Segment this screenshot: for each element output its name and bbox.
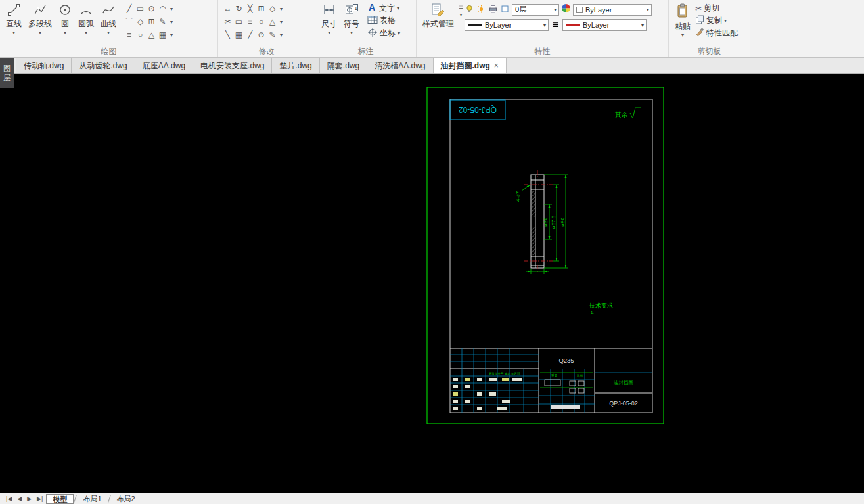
chevron-down-icon[interactable]: ▾ bbox=[278, 6, 284, 12]
region-icon[interactable]: ▦ bbox=[157, 30, 168, 39]
rotate-icon[interactable]: ↻ bbox=[233, 4, 244, 13]
ribbon-filler bbox=[750, 0, 864, 57]
dimension-button[interactable]: 尺寸 ▾ bbox=[318, 1, 340, 35]
next-tab-button[interactable]: ▶ bbox=[25, 495, 34, 502]
polygon-icon[interactable]: ◇ bbox=[135, 17, 146, 26]
coordinate-button[interactable]: 坐标 ▾ bbox=[367, 27, 400, 39]
chevron-down-icon[interactable]: ▾ bbox=[168, 19, 175, 25]
paste-button[interactable]: 粘贴 ▾ bbox=[671, 1, 694, 38]
layout2-tab[interactable]: 布局2 bbox=[111, 494, 141, 504]
chevron-down-icon[interactable]: ▾ bbox=[168, 6, 175, 12]
properties-mini-menu[interactable]: ≡ ▾ bbox=[457, 1, 465, 18]
doc-tab[interactable]: 清洗槽AA.dwg bbox=[367, 58, 433, 73]
trim-icon[interactable]: ✂ bbox=[222, 17, 233, 26]
match-properties-button[interactable]: 特性匹配 bbox=[695, 27, 738, 39]
donut-icon[interactable]: ⊙ bbox=[146, 4, 157, 13]
copy-button[interactable]: 复制 ▾ bbox=[695, 14, 738, 27]
linetype-select[interactable]: ByLayer ▾ bbox=[465, 19, 549, 31]
paste-label: 粘贴 bbox=[675, 21, 691, 32]
drawing-viewport[interactable]: QPJ-05-02 其余 bbox=[0, 74, 864, 493]
move-icon[interactable]: ↔ bbox=[222, 4, 233, 13]
menu-icon: ≡ bbox=[459, 3, 463, 10]
chevron-down-icon[interactable]: ▾ bbox=[168, 32, 175, 38]
ribbon: 直线 ▾ 多段线 ▾ 圆 ▾ 圆弧 bbox=[0, 0, 864, 58]
chevron-down-icon: ▾ bbox=[543, 22, 546, 28]
chevron-down-icon[interactable]: ▾ bbox=[39, 30, 41, 35]
line-button[interactable]: 直线 ▾ bbox=[3, 1, 25, 35]
color-wheel-icon[interactable] bbox=[561, 3, 571, 16]
doc-tab[interactable]: 隔套.dwg bbox=[320, 58, 367, 73]
doc-tab[interactable]: 从动齿轮.dwg bbox=[72, 58, 135, 73]
curve-icon[interactable]: ⌒ bbox=[124, 16, 135, 28]
hatch-icon[interactable]: ⊞ bbox=[146, 17, 157, 26]
scale-icon[interactable]: ▦ bbox=[233, 30, 244, 39]
mirror-icon[interactable]: △ bbox=[267, 17, 278, 26]
layer-palette-tab[interactable]: 图层 bbox=[0, 58, 14, 88]
chevron-down-icon[interactable]: ▾ bbox=[681, 32, 684, 38]
model-tab[interactable]: 模型 bbox=[46, 494, 74, 504]
layer-thaw-sun-icon[interactable] bbox=[476, 4, 486, 16]
circle-button[interactable]: 圆 ▾ bbox=[55, 1, 75, 35]
cut-label: 剪切 bbox=[704, 3, 719, 14]
layer-select[interactable]: 0层 ▾ bbox=[512, 4, 559, 16]
chevron-down-icon[interactable]: ▾ bbox=[397, 5, 399, 11]
doc-tab[interactable]: 垫片.dwg bbox=[272, 58, 319, 73]
join-icon[interactable]: ⊙ bbox=[256, 30, 267, 39]
lineweight-select[interactable]: ByLayer ▾ bbox=[562, 19, 647, 31]
sketch-icon[interactable]: ✎ bbox=[157, 17, 168, 26]
spline-button[interactable]: 曲线 ▾ bbox=[97, 1, 120, 35]
chevron-down-icon[interactable]: ▾ bbox=[12, 30, 15, 35]
material-text: Q235 bbox=[558, 357, 574, 364]
explode-icon[interactable]: ≡ bbox=[244, 17, 256, 26]
chamfer-icon[interactable]: ╲ bbox=[222, 30, 233, 39]
color-select[interactable]: ByLayer ▾ bbox=[573, 4, 652, 16]
offset-icon[interactable]: ◇ bbox=[267, 4, 278, 13]
chevron-down-icon[interactable]: ▾ bbox=[398, 30, 400, 36]
plot-printer-icon[interactable] bbox=[488, 4, 498, 16]
weight-label: 重量 bbox=[551, 373, 558, 377]
arc-button[interactable]: 圆弧 ▾ bbox=[75, 1, 97, 35]
triangle-icon[interactable]: △ bbox=[146, 30, 157, 39]
array-icon[interactable]: ⊞ bbox=[256, 4, 267, 13]
layout1-tab[interactable]: 布局1 bbox=[77, 494, 107, 504]
stretch-icon[interactable]: ▭ bbox=[233, 17, 244, 26]
style-manager-button[interactable]: 样式管理 bbox=[419, 1, 457, 30]
last-tab-button[interactable]: ▶| bbox=[35, 495, 45, 502]
text-button[interactable]: A 文字 ▾ bbox=[367, 2, 400, 14]
chevron-down-icon[interactable]: ▾ bbox=[278, 32, 284, 38]
dimension-icon bbox=[323, 2, 336, 18]
fillet-icon[interactable]: ○ bbox=[256, 17, 267, 26]
chevron-down-icon[interactable]: ▾ bbox=[350, 30, 353, 35]
first-tab-button[interactable]: |◀ bbox=[4, 495, 14, 502]
layer-sheet-icon[interactable] bbox=[500, 4, 510, 16]
doc-tab[interactable]: 底座AA.dwg bbox=[135, 58, 193, 73]
rectangle-icon[interactable]: ▭ bbox=[135, 4, 146, 13]
doc-tab-active[interactable]: 油封挡圈.dwg × bbox=[434, 58, 507, 73]
doc-tab[interactable]: 电机安装支座.dwg bbox=[193, 58, 272, 73]
chevron-down-icon[interactable]: ▾ bbox=[328, 30, 330, 35]
cut-button[interactable]: ✂ 剪切 bbox=[695, 2, 738, 14]
break-icon[interactable]: ╱ bbox=[244, 30, 256, 39]
chevron-down-icon[interactable]: ▾ bbox=[85, 30, 87, 35]
coordinate-label: 坐标 bbox=[380, 28, 396, 39]
edit-icon[interactable]: ✎ bbox=[267, 30, 278, 39]
chevron-down-icon[interactable]: ▾ bbox=[64, 30, 66, 35]
rotated-drawing-code: QPJ-05-02 bbox=[459, 105, 497, 114]
doc-tab[interactable]: 传动轴.dwg bbox=[16, 58, 72, 73]
signature-cells bbox=[453, 378, 522, 410]
arc-segment-icon[interactable]: ◠ bbox=[157, 4, 168, 13]
construction-line-icon[interactable]: ╱ bbox=[124, 4, 135, 13]
multiline-icon[interactable]: ≡ bbox=[124, 30, 135, 39]
chevron-down-icon[interactable]: ▾ bbox=[724, 18, 727, 24]
close-icon[interactable]: × bbox=[494, 58, 499, 73]
chevron-down-icon[interactable]: ▾ bbox=[278, 19, 284, 25]
chevron-down-icon[interactable]: ▾ bbox=[107, 30, 110, 35]
prev-tab-button[interactable]: ◀ bbox=[15, 495, 24, 502]
table-button[interactable]: 表格 bbox=[367, 14, 400, 27]
point-circle-icon[interactable]: ○ bbox=[135, 30, 146, 39]
symbol-button[interactable]: 1 符号 ▾ bbox=[340, 1, 363, 35]
color-swatch bbox=[576, 7, 583, 13]
layer-on-bulb-icon[interactable] bbox=[465, 4, 474, 16]
polyline-button[interactable]: 多段线 ▾ bbox=[25, 1, 55, 35]
erase-icon[interactable]: ╳ bbox=[244, 4, 256, 13]
